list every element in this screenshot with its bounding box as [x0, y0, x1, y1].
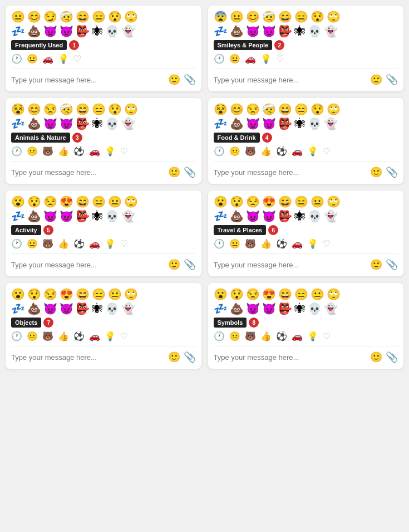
- category-icon[interactable]: 🚗: [292, 331, 303, 341]
- emoji-item[interactable]: 😐: [311, 196, 324, 207]
- category-icon[interactable]: ♡: [120, 146, 128, 157]
- emoji-item[interactable]: 💀: [308, 118, 322, 129]
- emoji-item[interactable]: 💀: [308, 211, 322, 222]
- category-icon[interactable]: 👍: [260, 331, 272, 341]
- emoji-item[interactable]: 🙄: [327, 289, 341, 300]
- emoji-item[interactable]: 💤: [214, 26, 228, 37]
- emoji-item[interactable]: 🙄: [327, 196, 341, 207]
- attach-button[interactable]: 📎: [184, 74, 196, 86]
- emoji-item[interactable]: 💤: [214, 118, 228, 129]
- emoji-item[interactable]: 😄: [76, 196, 90, 207]
- emoji-item[interactable]: 😈: [60, 26, 73, 37]
- emoji-item[interactable]: 👺: [76, 118, 90, 129]
- emoji-item[interactable]: 🕷: [92, 211, 103, 222]
- emoji-item[interactable]: 🤕: [262, 104, 276, 115]
- emoji-item[interactable]: 👿: [246, 26, 260, 37]
- category-icon[interactable]: ♡: [323, 331, 331, 341]
- emoji-item[interactable]: 🙄: [124, 196, 138, 207]
- emoji-item[interactable]: 😑: [92, 196, 106, 207]
- emoji-item[interactable]: 😈: [262, 26, 276, 37]
- attach-button[interactable]: 📎: [386, 74, 398, 86]
- emoji-item[interactable]: 👿: [43, 211, 57, 222]
- category-icon[interactable]: 💡: [307, 331, 318, 341]
- category-icon[interactable]: 🚗: [245, 53, 256, 64]
- emoji-item[interactable]: 👻: [121, 211, 135, 222]
- emoji-item[interactable]: 👿: [43, 303, 57, 314]
- emoji-item[interactable]: 😄: [76, 289, 90, 300]
- message-input[interactable]: [11, 261, 165, 269]
- message-input[interactable]: [214, 76, 367, 84]
- emoji-item[interactable]: 😑: [92, 289, 106, 300]
- emoji-item[interactable]: 💤: [214, 303, 228, 314]
- emoji-item[interactable]: 👻: [121, 303, 135, 314]
- emoji-item[interactable]: 🙄: [124, 11, 138, 22]
- emoji-button[interactable]: 🙂: [168, 166, 180, 178]
- emoji-item[interactable]: 😵: [214, 104, 228, 115]
- emoji-item[interactable]: 😊: [27, 11, 41, 22]
- emoji-item[interactable]: 👺: [76, 303, 90, 314]
- emoji-item[interactable]: 👻: [324, 211, 338, 222]
- emoji-item[interactable]: 🕷: [92, 303, 103, 314]
- emoji-button[interactable]: 🙂: [370, 166, 382, 178]
- emoji-item[interactable]: 😈: [262, 211, 276, 222]
- category-icon[interactable]: 🚗: [89, 331, 100, 341]
- emoji-button[interactable]: 🙂: [370, 351, 382, 363]
- emoji-item[interactable]: 👺: [278, 26, 292, 37]
- emoji-item[interactable]: 😒: [43, 104, 57, 115]
- category-icon[interactable]: 🐻: [245, 331, 256, 341]
- emoji-item[interactable]: 💤: [11, 303, 25, 314]
- emoji-item[interactable]: 🕷: [294, 211, 305, 222]
- category-icon[interactable]: 👍: [260, 238, 272, 249]
- emoji-item[interactable]: 🕷: [294, 303, 305, 314]
- emoji-item[interactable]: 😮: [214, 289, 228, 300]
- emoji-item[interactable]: 😨: [214, 11, 228, 22]
- emoji-item[interactable]: 😊: [27, 104, 41, 115]
- emoji-item[interactable]: 😯: [230, 289, 244, 300]
- emoji-item[interactable]: 💀: [308, 303, 322, 314]
- emoji-item[interactable]: 😄: [76, 104, 90, 115]
- emoji-item[interactable]: 👿: [246, 211, 260, 222]
- emoji-item[interactable]: 😒: [246, 289, 260, 300]
- emoji-item[interactable]: 💀: [105, 26, 119, 37]
- emoji-item[interactable]: 😑: [294, 196, 308, 207]
- emoji-item[interactable]: 👺: [278, 118, 292, 129]
- emoji-item[interactable]: 😮: [214, 196, 228, 207]
- category-icon[interactable]: 💡: [260, 53, 272, 64]
- category-icon[interactable]: 🐻: [245, 146, 256, 157]
- emoji-item[interactable]: 🙄: [327, 104, 341, 115]
- emoji-item[interactable]: 😄: [278, 104, 292, 115]
- category-icon[interactable]: 🕐: [11, 53, 22, 64]
- emoji-button[interactable]: 🙂: [370, 74, 382, 86]
- emoji-item[interactable]: 👻: [121, 118, 135, 129]
- emoji-item[interactable]: 💩: [230, 211, 244, 222]
- attach-button[interactable]: 📎: [184, 351, 196, 363]
- category-icon[interactable]: ⚽: [73, 331, 85, 341]
- category-icon[interactable]: 😐: [229, 146, 240, 157]
- emoji-item[interactable]: 😄: [278, 11, 292, 22]
- emoji-item[interactable]: 💩: [27, 303, 41, 314]
- emoji-item[interactable]: 💀: [308, 26, 322, 37]
- emoji-item[interactable]: 😊: [246, 11, 260, 22]
- category-icon[interactable]: 🐻: [42, 238, 53, 249]
- category-icon[interactable]: 💡: [105, 331, 116, 341]
- category-icon[interactable]: ♡: [120, 331, 128, 341]
- emoji-item[interactable]: 🕷: [294, 26, 305, 37]
- emoji-item[interactable]: 🕷: [294, 118, 305, 129]
- emoji-button[interactable]: 🙂: [370, 258, 382, 271]
- emoji-item[interactable]: 💩: [230, 303, 244, 314]
- emoji-item[interactable]: 👿: [246, 118, 260, 129]
- emoji-item[interactable]: 😐: [230, 11, 244, 22]
- emoji-button[interactable]: 🙂: [168, 74, 180, 86]
- emoji-item[interactable]: 💀: [105, 303, 119, 314]
- emoji-item[interactable]: 😒: [43, 289, 57, 300]
- category-icon[interactable]: 🚗: [42, 53, 53, 64]
- category-icon[interactable]: ⚽: [276, 146, 287, 157]
- attach-button[interactable]: 📎: [184, 258, 196, 271]
- emoji-item[interactable]: 🤕: [60, 104, 73, 115]
- category-icon[interactable]: ♡: [73, 53, 81, 64]
- attach-button[interactable]: 📎: [386, 258, 398, 271]
- emoji-item[interactable]: 🕷: [92, 26, 103, 37]
- category-icon[interactable]: ♡: [323, 146, 331, 157]
- message-input[interactable]: [11, 168, 165, 177]
- category-icon[interactable]: 🐻: [42, 331, 53, 341]
